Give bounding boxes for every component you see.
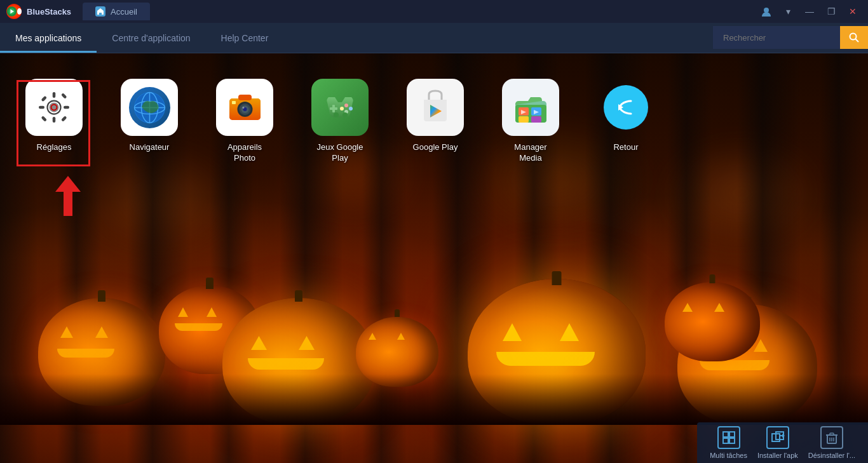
bluestacks-logo-svg — [6, 4, 17, 19]
retour-label: Retour — [613, 142, 638, 153]
svg-line-5 — [856, 39, 859, 43]
reglages-icon-wrapper — [25, 79, 83, 136]
svg-rect-14 — [61, 93, 67, 99]
media-label: ManagerMedia — [514, 142, 546, 164]
bottom-toolbar: Multi tâches Installer l'apk — [697, 422, 868, 463]
svg-rect-54 — [723, 438, 728, 443]
title-bar: BlueStacks Accueil ▾ — ❐ ✕ — [0, 0, 868, 23]
svg-rect-9 — [53, 117, 56, 123]
title-tab-label: Accueil — [111, 7, 137, 17]
svg-rect-27 — [238, 95, 252, 100]
tab-centre-application[interactable]: Centre d'application — [97, 25, 205, 53]
app-appareils-photo[interactable]: AppareilsPhoto — [216, 79, 273, 164]
gpg-icon-wrapper — [311, 79, 369, 136]
close-btn[interactable]: ✕ — [844, 3, 862, 20]
search-icon — [848, 32, 860, 43]
app-reglages[interactable]: Réglages — [25, 79, 83, 153]
multi-taches-label: Multi tâches — [710, 452, 747, 459]
svg-point-4 — [850, 34, 857, 40]
search-input[interactable] — [713, 26, 840, 49]
gplay-icon — [416, 88, 454, 126]
gpg-icon — [321, 88, 359, 126]
svg-rect-48 — [531, 116, 541, 123]
navigateur-icon-wrapper — [121, 79, 178, 136]
photo-icon-wrapper — [216, 79, 273, 136]
svg-rect-10 — [39, 106, 44, 109]
apps-row: Réglages — [0, 66, 868, 177]
minimize-btn[interactable]: — — [801, 3, 818, 20]
installer-apk-icon — [766, 426, 789, 449]
app-jeux-google-play[interactable]: Jeux GooglePlay — [311, 79, 369, 164]
photo-label: AppareilsPhoto — [227, 142, 262, 164]
svg-rect-35 — [330, 107, 337, 110]
user-icon-btn[interactable] — [757, 3, 775, 20]
media-icon-wrapper — [502, 79, 559, 136]
multi-taches-icon — [717, 426, 740, 449]
tab-mes-applications[interactable]: Mes applications — [0, 25, 97, 53]
toolbar-desinstaller[interactable]: Désinstaller l'... — [808, 426, 855, 459]
svg-rect-8 — [53, 92, 56, 98]
main-content: Réglages — [0, 53, 868, 463]
svg-point-36 — [344, 104, 348, 107]
bluestacks-logo — [6, 4, 22, 19]
app-retour[interactable]: Retour — [597, 79, 654, 153]
desinstaller-icon — [820, 426, 843, 449]
svg-rect-13 — [61, 116, 67, 122]
reglages-label: Réglages — [37, 142, 72, 153]
app-navigateur[interactable]: Navigateur — [121, 79, 178, 153]
maximize-btn[interactable]: ❐ — [822, 3, 840, 20]
svg-point-39 — [340, 107, 344, 111]
app-brand-name: BlueStacks — [27, 7, 71, 17]
app-manager-media[interactable]: ManagerMedia — [502, 79, 559, 164]
installer-apk-label: Installer l'apk — [757, 452, 798, 459]
desinstaller-label: Désinstaller l'... — [808, 452, 855, 459]
svg-rect-53 — [729, 432, 735, 437]
svg-point-41 — [342, 112, 348, 117]
search-button[interactable] — [840, 26, 868, 49]
gpg-label: Jeux GooglePlay — [317, 142, 363, 164]
svg-point-3 — [764, 8, 769, 13]
retour-icon-wrapper — [597, 79, 654, 136]
svg-point-40 — [334, 112, 339, 117]
nav-bar: Mes applications Centre d'application He… — [0, 23, 868, 53]
search-area — [713, 22, 868, 53]
pumpkin-7 — [665, 282, 760, 361]
settings-icon — [35, 88, 73, 126]
title-tab-accueil[interactable]: Accueil — [83, 3, 150, 20]
retour-icon — [604, 85, 648, 130]
gplay-label: Google Play — [413, 142, 458, 153]
svg-rect-55 — [729, 438, 735, 443]
svg-point-32 — [242, 107, 244, 109]
navigateur-label: Navigateur — [130, 142, 170, 153]
gplay-icon-wrapper — [407, 79, 464, 136]
svg-rect-15 — [41, 116, 47, 122]
svg-rect-47 — [519, 116, 529, 123]
pumpkin-scene — [0, 184, 868, 425]
tab-help-center[interactable]: Help Center — [206, 25, 284, 53]
svg-rect-11 — [64, 106, 69, 109]
toolbar-installer-apk[interactable]: Installer l'apk — [757, 426, 798, 459]
media-icon — [510, 87, 552, 128]
photo-icon — [224, 87, 266, 128]
title-bar-left: BlueStacks Accueil — [6, 3, 150, 20]
svg-rect-12 — [41, 96, 47, 102]
window-controls: ▾ — ❐ ✕ — [757, 3, 862, 20]
dropdown-btn[interactable]: ▾ — [779, 3, 797, 20]
navigateur-icon — [129, 87, 170, 128]
svg-rect-52 — [723, 432, 728, 437]
svg-point-37 — [349, 107, 353, 111]
svg-rect-62 — [830, 433, 834, 435]
toolbar-multi-taches[interactable]: Multi tâches — [710, 426, 747, 459]
app-google-play[interactable]: Google Play — [407, 79, 464, 153]
tab-home-icon — [95, 6, 105, 17]
svg-rect-33 — [232, 101, 236, 104]
